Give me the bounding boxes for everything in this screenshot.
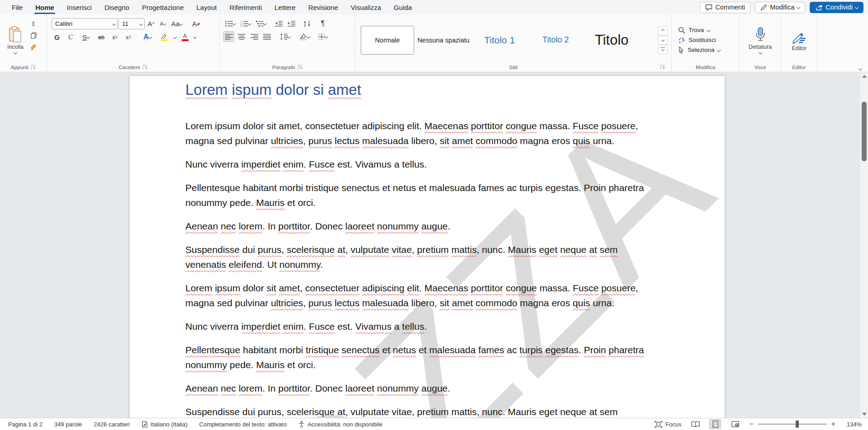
menu-item-guida[interactable]: Guida bbox=[388, 1, 417, 14]
italic-button[interactable]: C bbox=[65, 32, 76, 42]
font-color-button[interactable]: A bbox=[179, 32, 191, 42]
menu-item-progettazione[interactable]: Progettazione bbox=[137, 1, 189, 14]
justify-button[interactable] bbox=[261, 31, 272, 42]
dictate-button[interactable]: Dettatura bbox=[744, 17, 777, 63]
show-formatting-button[interactable]: ¶ bbox=[317, 18, 328, 29]
document-heading[interactable]: Lorem ispum dolor si amet bbox=[185, 81, 669, 98]
zoom-out-button[interactable]: − bbox=[749, 420, 753, 428]
copy-button[interactable] bbox=[28, 30, 39, 41]
print-layout-button[interactable] bbox=[709, 419, 721, 429]
gallery-scroll-down-button[interactable] bbox=[658, 36, 668, 45]
paragraph[interactable]: Nunc viverra imperdiet enim. Fusce est. … bbox=[185, 157, 646, 172]
paragraph[interactable]: Aenean nec lorem. In porttitor. Donec la… bbox=[185, 381, 646, 396]
menu-item-inserisci[interactable]: Inserisci bbox=[61, 1, 97, 14]
menu-item-disegno[interactable]: Disegno bbox=[99, 1, 135, 14]
dialog-launcher-icon[interactable]: ↘ bbox=[143, 65, 147, 70]
status-item-italiano[interactable]: Italiano (Italia) bbox=[142, 421, 188, 428]
editing-mode-button[interactable]: Modifica bbox=[755, 2, 805, 13]
chevron-down-icon[interactable] bbox=[193, 35, 197, 39]
status-item-completamento[interactable]: Completamento del testo: attivato bbox=[199, 421, 287, 428]
menu-item-home[interactable]: Home bbox=[30, 1, 60, 14]
paragraph[interactable]: Lorem ipsum dolor sit amet, consectetuer… bbox=[185, 280, 646, 310]
sort-button[interactable]: AZ bbox=[302, 18, 313, 29]
increase-indent-button[interactable] bbox=[286, 18, 297, 29]
replace-button[interactable]: bc Sostituisci bbox=[678, 37, 720, 44]
zoom-slider-thumb[interactable] bbox=[796, 421, 799, 428]
style-card-titolo-2[interactable]: Titolo 2 bbox=[529, 26, 582, 55]
font-name-combo[interactable]: Calibri bbox=[52, 18, 118, 29]
subscript-button[interactable]: x2 bbox=[109, 32, 120, 42]
paragraph[interactable]: Suspendisse dui purus, scelerisque at, v… bbox=[185, 242, 646, 272]
menu-item-file[interactable]: File bbox=[6, 1, 28, 14]
dialog-launcher-icon[interactable]: ↘ bbox=[31, 65, 36, 70]
style-card-titolo-1[interactable]: Titolo 1 bbox=[473, 26, 526, 55]
menu-item-lettere[interactable]: Lettere bbox=[269, 1, 301, 14]
paragraph[interactable]: Aenean nec lorem. In porttitor. Donec la… bbox=[185, 219, 646, 234]
numbering-button[interactable]: 123 bbox=[239, 18, 252, 29]
align-center-button[interactable] bbox=[236, 31, 247, 42]
editor-button[interactable]: Editor bbox=[784, 17, 814, 63]
gallery-more-button[interactable] bbox=[658, 45, 668, 54]
menu-item-riferimenti[interactable]: Riferimenti bbox=[224, 1, 268, 14]
change-case-button[interactable]: Aa bbox=[169, 19, 184, 29]
clear-formatting-button[interactable]: A bbox=[191, 19, 202, 29]
status-item-pagina[interactable]: Pagina 1 di 2 bbox=[8, 421, 42, 428]
style-card-nessuna-spaziatu[interactable]: Nessuna spaziatu bbox=[417, 26, 470, 55]
vertical-scrollbar[interactable] bbox=[859, 72, 868, 418]
paragraph[interactable]: Pellentesque habitant morbi tristique se… bbox=[185, 180, 646, 210]
menu-item-layout[interactable]: Layout bbox=[191, 1, 222, 14]
scroll-down-arrow[interactable] bbox=[860, 410, 868, 418]
read-mode-button[interactable] bbox=[689, 419, 701, 429]
shrink-font-button[interactable]: A bbox=[157, 19, 168, 29]
zoom-in-button[interactable]: + bbox=[831, 420, 835, 428]
text-segment: Suspendisse bbox=[185, 244, 240, 255]
chevron-down-icon[interactable] bbox=[173, 35, 177, 39]
paste-button[interactable]: Incolla bbox=[3, 17, 28, 63]
comments-button[interactable]: Commenti bbox=[700, 2, 750, 13]
shading-button[interactable] bbox=[297, 31, 312, 42]
font-size-combo[interactable]: 11 bbox=[118, 18, 145, 29]
multilevel-list-button[interactable] bbox=[254, 18, 268, 29]
cut-button[interactable]: ✂ bbox=[28, 18, 39, 29]
status-item-349[interactable]: 349 parole bbox=[54, 421, 82, 428]
dialog-launcher-icon[interactable]: ↘ bbox=[298, 65, 302, 70]
paragraph[interactable]: Nunc viverra imperdiet enim. Fusce est. … bbox=[185, 319, 646, 334]
status-item-accessibilit[interactable]: Accessibilità: non disponibile bbox=[298, 421, 382, 428]
format-painter-button[interactable] bbox=[28, 42, 39, 52]
align-right-button[interactable] bbox=[249, 31, 259, 42]
paragraph[interactable]: Lorem ipsum dolor sit amet, consectetuer… bbox=[185, 118, 646, 148]
dialog-launcher-icon[interactable]: ↘ bbox=[660, 65, 665, 70]
style-card-titolo[interactable]: Titolo bbox=[585, 26, 638, 55]
find-button[interactable]: Trova bbox=[678, 27, 720, 34]
zoom-percentage[interactable]: 134% bbox=[844, 421, 862, 428]
borders-button[interactable] bbox=[316, 31, 330, 42]
align-left-button[interactable] bbox=[223, 31, 234, 42]
scrollbar-thumb[interactable] bbox=[862, 102, 867, 161]
bullets-button[interactable] bbox=[223, 18, 237, 29]
paragraph[interactable]: Pellentesque habitant morbi tristique se… bbox=[185, 342, 646, 372]
grow-font-button[interactable]: A bbox=[146, 19, 156, 29]
bold-button[interactable]: G bbox=[52, 32, 62, 42]
underline-button[interactable]: S bbox=[79, 32, 93, 42]
text-effects-button[interactable]: A bbox=[140, 32, 155, 42]
strikethrough-button[interactable]: ab bbox=[96, 32, 107, 42]
share-button[interactable]: Condividi bbox=[810, 2, 863, 13]
menu-item-visualizza[interactable]: Visualizza bbox=[345, 1, 387, 14]
menu-item-revisione[interactable]: Revisione bbox=[303, 1, 344, 14]
text-segment: quis bbox=[573, 298, 590, 308]
paragraph[interactable]: Suspendisse dui purus, scelerisque at, v… bbox=[185, 404, 646, 418]
gallery-scroll-up-button[interactable] bbox=[658, 26, 668, 35]
superscript-button[interactable]: x2 bbox=[123, 32, 134, 42]
scroll-up-arrow[interactable] bbox=[860, 72, 868, 80]
zoom-slider[interactable] bbox=[758, 424, 827, 425]
highlight-button[interactable] bbox=[157, 32, 171, 42]
decrease-indent-button[interactable] bbox=[273, 18, 284, 29]
web-layout-button[interactable] bbox=[729, 419, 741, 429]
focus-button[interactable]: Focus bbox=[655, 421, 681, 428]
status-item-2426[interactable]: 2426 caratteri bbox=[94, 421, 130, 428]
document-page[interactable]: BOZZA Lorem ispum dolor si ametLorem ips… bbox=[130, 76, 725, 418]
text-segment: turpis bbox=[519, 345, 542, 355]
select-button[interactable]: Seleziona bbox=[678, 47, 720, 54]
style-card-normale[interactable]: Normale bbox=[361, 26, 414, 55]
line-spacing-button[interactable] bbox=[278, 31, 292, 42]
